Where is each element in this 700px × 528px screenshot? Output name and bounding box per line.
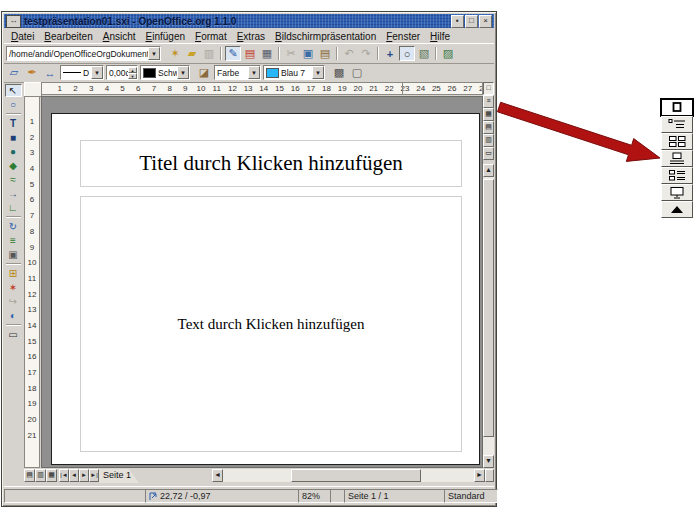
- fill-style-icon[interactable]: ◪: [196, 65, 212, 80]
- master-mode-button[interactable]: ▥: [35, 469, 46, 482]
- print-icon[interactable]: ▦: [259, 46, 275, 61]
- vertical-scrollbar[interactable]: [483, 177, 494, 455]
- floating-slides-view-button[interactable]: [661, 133, 693, 150]
- menu-item[interactable]: Datei: [6, 30, 39, 43]
- last-page-button[interactable]: ►|: [89, 469, 99, 482]
- insert-graphics-icon[interactable]: ▨: [440, 46, 456, 61]
- gallery-icon[interactable]: ▧: [416, 46, 432, 61]
- scroll-right-button[interactable]: ►: [474, 469, 485, 482]
- floating-outline-view-button[interactable]: [661, 116, 693, 133]
- menu-item[interactable]: Format: [190, 30, 232, 43]
- dropdown-arrow-icon[interactable]: ▼: [148, 47, 160, 60]
- line-style-combobox[interactable]: D ▼: [60, 65, 104, 80]
- line-dialog-icon[interactable]: ✒: [24, 65, 40, 80]
- effects-3d-tool[interactable]: ◐: [5, 309, 22, 322]
- resize-grip[interactable]: [485, 469, 494, 482]
- dropdown-arrow-icon[interactable]: ▼: [312, 66, 324, 79]
- maximize-button[interactable]: □: [465, 15, 478, 28]
- effects-tool[interactable]: ✶: [5, 281, 22, 294]
- notes-view-button[interactable]: ▤: [483, 121, 494, 134]
- lines-arrows-tool[interactable]: →: [5, 187, 22, 200]
- cursor-position-field[interactable]: 22,72 / -0,97: [145, 489, 303, 503]
- navigator-icon[interactable]: +: [382, 46, 398, 61]
- menu-item[interactable]: Bearbeiten: [39, 30, 97, 43]
- start-slideshow-button[interactable]: ▭: [483, 147, 494, 160]
- curve-tool[interactable]: ≈: [5, 173, 22, 186]
- page-tab[interactable]: Seite 1: [99, 469, 139, 483]
- save-document-icon[interactable]: ▥: [201, 46, 217, 61]
- interaction-tool[interactable]: ↪: [5, 295, 22, 308]
- layer-mode-button[interactable]: ▦: [46, 469, 57, 482]
- arrange-tool[interactable]: ▣: [5, 248, 22, 261]
- connector-tool[interactable]: ∟: [5, 201, 22, 214]
- new-document-icon[interactable]: ✶: [167, 46, 183, 61]
- scroll-left-button[interactable]: ◄: [212, 469, 223, 482]
- floating-scroll-up-button[interactable]: [661, 201, 693, 218]
- zoom-tool[interactable]: ○: [5, 98, 22, 111]
- minimize-button[interactable]: ▪: [451, 15, 464, 28]
- dropdown-arrow-icon[interactable]: ▼: [248, 66, 260, 79]
- scroll-down-button[interactable]: ▼: [483, 455, 494, 468]
- vertical-scroll-thumb[interactable]: [483, 179, 494, 437]
- alignment-tool[interactable]: ≡: [5, 234, 22, 247]
- floating-notes-view-button[interactable]: [661, 150, 693, 167]
- menu-item[interactable]: Extras: [232, 30, 270, 43]
- menu-item[interactable]: Ansicht: [98, 30, 141, 43]
- insert-tool[interactable]: ⊞: [5, 267, 22, 280]
- rectangle-tool[interactable]: ■: [5, 131, 22, 144]
- undo-icon[interactable]: ↶: [341, 46, 357, 61]
- next-page-button[interactable]: ►: [79, 469, 89, 482]
- previous-page-button[interactable]: ◄: [69, 469, 79, 482]
- dropdown-arrow-icon[interactable]: ▼: [177, 66, 189, 79]
- zoom-level-field[interactable]: 82%: [298, 489, 334, 503]
- page-mode-button[interactable]: ▤: [24, 469, 35, 482]
- slides-view-button[interactable]: ▦: [483, 108, 494, 121]
- close-button[interactable]: ×: [479, 15, 492, 28]
- ellipse-tool[interactable]: ●: [5, 145, 22, 158]
- floating-start-slideshow-button[interactable]: [661, 184, 693, 201]
- export-pdf-icon[interactable]: ▤: [242, 46, 258, 61]
- menu-item[interactable]: Hilfe: [425, 30, 455, 43]
- body-text-placeholder[interactable]: Text durch Klicken hinzufügen: [80, 196, 462, 452]
- open-document-icon[interactable]: ▰: [184, 46, 200, 61]
- redo-icon[interactable]: ↷: [358, 46, 374, 61]
- spin-down-icon[interactable]: ▼: [128, 73, 137, 79]
- fill-type-combobox[interactable]: Farbe ▼: [214, 65, 261, 80]
- zoom-icon[interactable]: ○: [399, 46, 415, 61]
- horizontal-scroll-thumb[interactable]: [291, 469, 421, 482]
- presentation-box-tool[interactable]: ▭: [5, 328, 22, 341]
- fill-color-combobox[interactable]: Blau 7 ▼: [263, 65, 325, 80]
- copy-icon[interactable]: ▣: [300, 46, 316, 61]
- edit-points-icon[interactable]: ▱: [6, 65, 22, 80]
- horizontal-scrollbar[interactable]: [223, 469, 474, 482]
- first-page-button[interactable]: |◄: [59, 469, 69, 482]
- menu-item[interactable]: Bildschirmpräsentation: [270, 30, 381, 43]
- select-tool[interactable]: ↖: [5, 84, 22, 97]
- drawing-view-button[interactable]: □: [483, 82, 494, 95]
- handout-view-button[interactable]: ▥: [483, 134, 494, 147]
- arrow-style-icon[interactable]: ↔: [42, 65, 58, 80]
- paste-icon[interactable]: ▤: [317, 46, 333, 61]
- slide-page[interactable]: Titel durch Klicken hinzufügen Text durc…: [51, 113, 480, 465]
- titlebar[interactable]: ↔ testpräsentation01.sxi - OpenOffice.or…: [4, 14, 494, 28]
- scroll-up-button[interactable]: ▲: [483, 164, 494, 177]
- template-field[interactable]: Standard: [444, 489, 498, 503]
- text-tool[interactable]: T: [5, 117, 22, 130]
- outline-view-button[interactable]: ≡: [483, 95, 494, 108]
- rotation-mode-icon[interactable]: ▢: [349, 65, 365, 80]
- title-placeholder[interactable]: Titel durch Klicken hinzufügen: [80, 140, 462, 187]
- floating-drawing-view-button[interactable]: [661, 99, 693, 116]
- menu-item[interactable]: Fenster: [381, 30, 425, 43]
- rotate-tool[interactable]: ↻: [5, 220, 22, 233]
- edit-file-icon[interactable]: ✎: [225, 46, 241, 61]
- line-color-combobox[interactable]: Schwarz ▼: [140, 65, 190, 80]
- page-indicator-field[interactable]: Seite 1 / 1: [344, 489, 448, 503]
- window-menu-icon[interactable]: ↔: [6, 15, 21, 28]
- dropdown-arrow-icon[interactable]: ▼: [91, 66, 103, 79]
- url-combobox[interactable]: /home/andi/OpenOfficeOrgDokumente/Op ▼: [6, 46, 161, 61]
- line-width-spinner[interactable]: 0,00cm ▲▼: [106, 65, 138, 80]
- cut-icon[interactable]: ✂: [283, 46, 299, 61]
- shadow-icon[interactable]: ▩: [331, 65, 347, 80]
- objects-3d-tool[interactable]: ◆: [5, 159, 22, 172]
- floating-handout-view-button[interactable]: [661, 167, 693, 184]
